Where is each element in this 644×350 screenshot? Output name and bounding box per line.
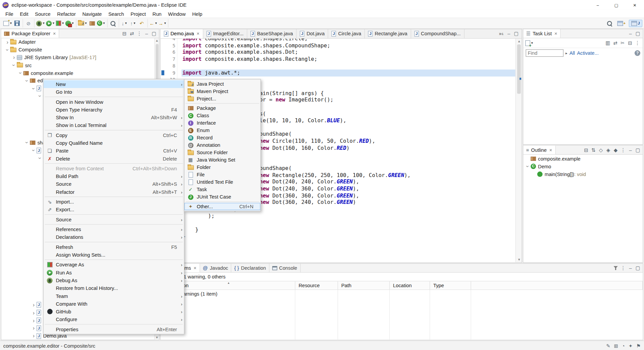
menu-run[interactable]: Run <box>149 10 165 17</box>
twistie-icon[interactable]: › <box>31 325 37 331</box>
hide-fields-button[interactable]: ◇ <box>597 146 604 154</box>
maximize-button[interactable]: ▢ <box>634 264 642 272</box>
scrollbar-thumb[interactable] <box>517 44 521 94</box>
menu-item-configure[interactable]: Configure› <box>44 315 184 323</box>
twistie-icon[interactable]: › <box>4 39 10 45</box>
menu-item-package[interactable]: Package <box>184 104 261 112</box>
help-icon[interactable]: ? <box>635 50 640 56</box>
menu-item-record[interactable]: RRecord <box>184 134 261 141</box>
menu-item-remove-from-context[interactable]: Remove from ContextCtrl+Alt+Shift+Down <box>44 165 184 172</box>
tab-outline[interactable]: ≡Outline✕ <box>523 145 555 154</box>
close-button[interactable]: ✕ <box>626 0 644 10</box>
menu-item-build-path[interactable]: Build Path› <box>44 172 184 180</box>
menu-item-annotation[interactable]: @Annotation <box>184 141 261 149</box>
twistie-icon[interactable]: › <box>31 317 37 323</box>
twistie-icon[interactable]: › <box>37 93 43 99</box>
tab-task-list[interactable]: ☰Task List✕ <box>523 29 560 38</box>
twistie-icon[interactable]: › <box>17 70 23 76</box>
minimize-button[interactable]: – <box>505 30 513 38</box>
maximize-button[interactable]: ▢ <box>513 30 520 38</box>
line-number[interactable]: 5 <box>165 42 177 49</box>
tab-overflow-button[interactable]: »1 <box>497 29 505 38</box>
editor-tab-rectangle-java[interactable]: JRectangle.java <box>365 29 411 38</box>
menu-item-java-project[interactable]: JJava Project <box>184 80 261 88</box>
menu-item-go-into[interactable]: Go Into <box>44 88 184 96</box>
menu-item-copy-qualified-name[interactable]: Copy Qualified Name <box>44 139 184 147</box>
coverage-dropdown-icon[interactable]: ▼ <box>61 22 64 25</box>
menu-item-properties[interactable]: PropertiesAlt+Enter <box>44 325 184 333</box>
twistie-icon[interactable]: › <box>31 86 37 91</box>
editor-tab-compoundshap[interactable]: JCompoundShap... <box>411 29 464 38</box>
delete-button[interactable]: ✂ <box>619 39 626 47</box>
menu-item-declarations[interactable]: Declarations› <box>44 233 184 241</box>
scroll-up-icon[interactable]: ▲ <box>518 39 521 43</box>
folding-gutter[interactable] <box>177 70 181 76</box>
editor-tab-demo-java[interactable]: JDemo.java✕ <box>161 29 203 38</box>
scroll-down-icon[interactable]: ▼ <box>155 335 159 340</box>
status-progress-icon[interactable]: ◔ <box>622 343 625 349</box>
twistie-icon[interactable]: › <box>37 155 43 161</box>
minimize-button[interactable]: – <box>627 264 634 272</box>
line-number[interactable]: 4 <box>165 39 177 42</box>
maximize-button[interactable]: ▢ <box>150 30 158 38</box>
outline-item-demo[interactable]: ›CDemo <box>523 163 643 170</box>
menu-item-open-in-new-window[interactable]: Open in New Window <box>44 98 184 105</box>
java-perspective-button[interactable]: J <box>629 19 642 27</box>
previous-annotation-dropdown-icon[interactable]: ▼ <box>133 22 136 25</box>
menu-item-interface[interactable]: IInterface <box>184 119 261 127</box>
status-layout-icon[interactable]: ⊞ <box>614 343 618 349</box>
scroll-down-icon[interactable]: ▼ <box>518 258 521 262</box>
menu-item-github[interactable]: GitHub› <box>44 308 184 315</box>
minimize-button[interactable]: – <box>627 30 634 38</box>
twistie-icon[interactable]: › <box>11 62 17 68</box>
twistie-icon[interactable]: › <box>31 333 37 339</box>
annotation-gutter[interactable] <box>161 63 165 70</box>
minimize-button[interactable]: – <box>589 0 607 10</box>
menu-item-source[interactable]: SourceAlt+Shift+S› <box>44 180 184 188</box>
new-java-class-dropdown-icon[interactable]: ▼ <box>103 22 105 25</box>
menu-item-paste[interactable]: ❏PasteCtrl+V <box>44 147 184 155</box>
find-input[interactable] <box>526 49 564 57</box>
menu-item-maven-project[interactable]: MMaven Project <box>184 88 261 95</box>
run-external-tools-dropdown-icon[interactable]: ▼ <box>71 22 74 25</box>
menu-item-untitled-text-file[interactable]: Untitled Text File <box>184 178 261 186</box>
menu-refactor[interactable]: Refactor <box>54 10 79 17</box>
close-tab-icon[interactable]: ✕ <box>549 148 552 152</box>
search-button[interactable] <box>606 19 613 28</box>
coverage-button[interactable]: ▼ <box>56 19 64 28</box>
menu-item-folder[interactable]: Folder <box>184 164 261 171</box>
line-number[interactable]: 9 <box>165 70 177 76</box>
menu-item-project[interactable]: Project... <box>184 95 261 102</box>
editor-tab-circle-java[interactable]: JCircle.java <box>328 29 365 38</box>
sort-button[interactable]: ⇅ <box>590 146 597 154</box>
line-number[interactable]: 6 <box>165 49 177 56</box>
menu-item-class[interactable]: CClass <box>184 112 261 119</box>
folding-gutter[interactable] <box>177 63 181 70</box>
run-button[interactable]: ▼ <box>46 19 55 28</box>
next-annotation-button[interactable]: ↓▼ <box>120 19 128 28</box>
folding-gutter[interactable] <box>177 49 181 56</box>
menu-item-show-in[interactable]: Show InAlt+Shift+W› <box>44 114 184 121</box>
tab-package-explorer[interactable]: Package Explorer✕ <box>1 29 59 38</box>
menu-item-export[interactable]: ⇗Export... <box>44 206 184 213</box>
skip-all-breakpoints-button[interactable]: ⊘ <box>24 19 32 28</box>
menu-item-java-working-set[interactable]: ▦Java Working Set <box>184 156 261 164</box>
annotation-gutter[interactable] <box>161 39 165 42</box>
filter-button[interactable] <box>612 264 619 272</box>
column-header-resource[interactable]: Resource <box>295 281 338 290</box>
menu-item-delete[interactable]: ✗DeleteDelete <box>44 155 184 162</box>
menu-item-refactor[interactable]: RefactorAlt+Shift+T› <box>44 188 184 196</box>
menu-project[interactable]: Project <box>127 10 149 17</box>
twistie-icon[interactable]: › <box>31 302 37 308</box>
back-dropdown-icon[interactable]: ▼ <box>155 22 157 25</box>
menu-item-file[interactable]: File <box>184 171 261 178</box>
editor-tab-baseshape-java[interactable]: JBaseShape.java <box>247 29 297 38</box>
menu-item-source[interactable]: Source› <box>44 216 184 223</box>
link-with-editor-button[interactable]: ⇄ <box>611 39 619 47</box>
activate-link[interactable]: Activate... <box>577 50 599 56</box>
run-external-tools-button[interactable]: ▼ <box>65 19 74 28</box>
minimize-button[interactable]: – <box>627 146 634 154</box>
last-edit-location-button[interactable]: ↶ <box>138 19 146 28</box>
status-editor-write-mode-icon[interactable]: ✎ <box>606 343 610 349</box>
open-perspective-button[interactable]: + <box>615 19 628 27</box>
